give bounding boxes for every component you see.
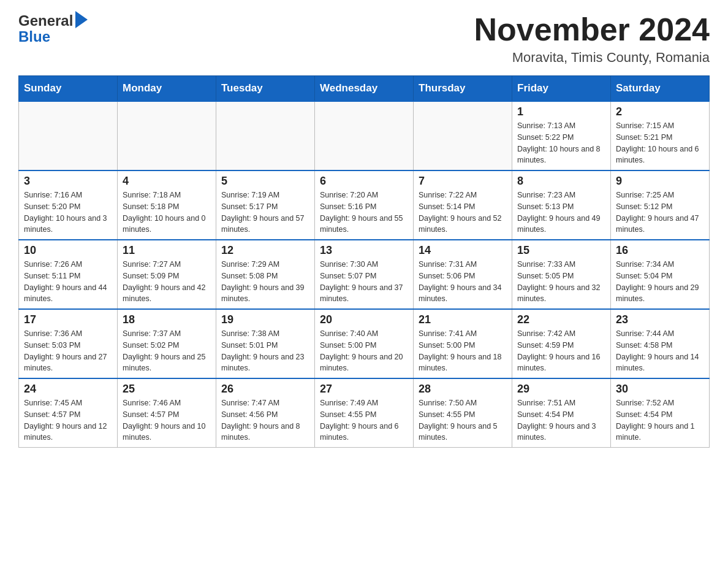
day-info: Sunrise: 7:13 AM Sunset: 5:22 PM Dayligh…	[517, 120, 605, 166]
calendar-cell: 9Sunrise: 7:25 AM Sunset: 5:12 PM Daylig…	[611, 170, 710, 240]
day-number: 30	[616, 383, 704, 396]
day-info: Sunrise: 7:18 AM Sunset: 5:18 PM Dayligh…	[123, 190, 211, 236]
day-number: 24	[24, 383, 112, 396]
day-info: Sunrise: 7:20 AM Sunset: 5:16 PM Dayligh…	[320, 190, 408, 236]
calendar-cell: 4Sunrise: 7:18 AM Sunset: 5:18 PM Daylig…	[118, 170, 216, 240]
logo-text-general: General	[18, 12, 73, 29]
day-number: 19	[221, 313, 309, 326]
day-info: Sunrise: 7:33 AM Sunset: 5:05 PM Dayligh…	[517, 259, 605, 305]
calendar-cell: 21Sunrise: 7:41 AM Sunset: 5:00 PM Dayli…	[414, 309, 512, 378]
day-info: Sunrise: 7:41 AM Sunset: 5:00 PM Dayligh…	[419, 328, 507, 374]
day-number: 13	[320, 244, 408, 257]
day-number: 17	[24, 313, 112, 326]
day-number: 15	[517, 244, 605, 257]
day-info: Sunrise: 7:46 AM Sunset: 4:57 PM Dayligh…	[123, 397, 211, 443]
calendar-cell: 5Sunrise: 7:19 AM Sunset: 5:17 PM Daylig…	[216, 170, 315, 240]
day-info: Sunrise: 7:31 AM Sunset: 5:06 PM Dayligh…	[419, 259, 507, 305]
day-number: 2	[616, 105, 704, 118]
calendar-cell	[216, 101, 315, 170]
day-info: Sunrise: 7:16 AM Sunset: 5:20 PM Dayligh…	[24, 190, 112, 236]
calendar-cell	[19, 101, 118, 170]
day-info: Sunrise: 7:42 AM Sunset: 4:59 PM Dayligh…	[517, 328, 605, 374]
day-number: 1	[517, 105, 605, 118]
title-section: November 2024 Moravita, Timis County, Ro…	[474, 12, 710, 66]
day-number: 25	[123, 383, 211, 396]
calendar-cell	[414, 101, 512, 170]
calendar-cell: 30Sunrise: 7:52 AM Sunset: 4:54 PM Dayli…	[611, 378, 710, 448]
day-info: Sunrise: 7:51 AM Sunset: 4:54 PM Dayligh…	[517, 397, 605, 443]
calendar-cell: 25Sunrise: 7:46 AM Sunset: 4:57 PM Dayli…	[118, 378, 216, 448]
col-header-sunday: Sunday	[19, 76, 118, 102]
calendar-cell: 6Sunrise: 7:20 AM Sunset: 5:16 PM Daylig…	[315, 170, 414, 240]
calendar-cell: 12Sunrise: 7:29 AM Sunset: 5:08 PM Dayli…	[216, 240, 315, 309]
week-row-1: 1Sunrise: 7:13 AM Sunset: 5:22 PM Daylig…	[19, 101, 710, 170]
calendar-header-row: SundayMondayTuesdayWednesdayThursdayFrid…	[19, 76, 710, 102]
day-info: Sunrise: 7:49 AM Sunset: 4:55 PM Dayligh…	[320, 397, 408, 443]
day-number: 3	[24, 175, 112, 188]
calendar-cell: 26Sunrise: 7:47 AM Sunset: 4:56 PM Dayli…	[216, 378, 315, 448]
day-info: Sunrise: 7:37 AM Sunset: 5:02 PM Dayligh…	[123, 328, 211, 374]
day-info: Sunrise: 7:23 AM Sunset: 5:13 PM Dayligh…	[517, 190, 605, 236]
logo-arrow-icon	[75, 11, 88, 28]
day-info: Sunrise: 7:38 AM Sunset: 5:01 PM Dayligh…	[221, 328, 309, 374]
day-number: 7	[419, 175, 507, 188]
day-number: 6	[320, 175, 408, 188]
calendar-cell: 17Sunrise: 7:36 AM Sunset: 5:03 PM Dayli…	[19, 309, 118, 378]
month-title: November 2024	[474, 12, 710, 47]
calendar-cell: 22Sunrise: 7:42 AM Sunset: 4:59 PM Dayli…	[512, 309, 611, 378]
week-row-5: 24Sunrise: 7:45 AM Sunset: 4:57 PM Dayli…	[19, 378, 710, 448]
calendar-cell: 29Sunrise: 7:51 AM Sunset: 4:54 PM Dayli…	[512, 378, 611, 448]
day-info: Sunrise: 7:19 AM Sunset: 5:17 PM Dayligh…	[221, 190, 309, 236]
col-header-monday: Monday	[118, 76, 216, 102]
day-number: 20	[320, 313, 408, 326]
week-row-2: 3Sunrise: 7:16 AM Sunset: 5:20 PM Daylig…	[19, 170, 710, 240]
calendar-cell: 24Sunrise: 7:45 AM Sunset: 4:57 PM Dayli…	[19, 378, 118, 448]
calendar-cell: 14Sunrise: 7:31 AM Sunset: 5:06 PM Dayli…	[414, 240, 512, 309]
page-header: General Blue November 2024 Moravita, Tim…	[18, 12, 710, 66]
calendar-cell: 11Sunrise: 7:27 AM Sunset: 5:09 PM Dayli…	[118, 240, 216, 309]
day-number: 4	[123, 175, 211, 188]
day-number: 11	[123, 244, 211, 257]
day-info: Sunrise: 7:47 AM Sunset: 4:56 PM Dayligh…	[221, 397, 309, 443]
calendar-cell	[118, 101, 216, 170]
calendar-cell: 20Sunrise: 7:40 AM Sunset: 5:00 PM Dayli…	[315, 309, 414, 378]
day-info: Sunrise: 7:34 AM Sunset: 5:04 PM Dayligh…	[616, 259, 704, 305]
calendar-cell: 8Sunrise: 7:23 AM Sunset: 5:13 PM Daylig…	[512, 170, 611, 240]
day-number: 10	[24, 244, 112, 257]
day-info: Sunrise: 7:52 AM Sunset: 4:54 PM Dayligh…	[616, 397, 704, 443]
day-number: 9	[616, 175, 704, 188]
logo-text-blue: Blue	[18, 28, 50, 45]
calendar-cell: 27Sunrise: 7:49 AM Sunset: 4:55 PM Dayli…	[315, 378, 414, 448]
day-number: 23	[616, 313, 704, 326]
week-row-3: 10Sunrise: 7:26 AM Sunset: 5:11 PM Dayli…	[19, 240, 710, 309]
calendar-cell: 3Sunrise: 7:16 AM Sunset: 5:20 PM Daylig…	[19, 170, 118, 240]
day-info: Sunrise: 7:45 AM Sunset: 4:57 PM Dayligh…	[24, 397, 112, 443]
day-info: Sunrise: 7:40 AM Sunset: 5:00 PM Dayligh…	[320, 328, 408, 374]
day-info: Sunrise: 7:29 AM Sunset: 5:08 PM Dayligh…	[221, 259, 309, 305]
day-number: 18	[123, 313, 211, 326]
calendar-cell: 7Sunrise: 7:22 AM Sunset: 5:14 PM Daylig…	[414, 170, 512, 240]
day-number: 27	[320, 383, 408, 396]
day-number: 22	[517, 313, 605, 326]
day-info: Sunrise: 7:44 AM Sunset: 4:58 PM Dayligh…	[616, 328, 704, 374]
col-header-wednesday: Wednesday	[315, 76, 414, 102]
col-header-thursday: Thursday	[414, 76, 512, 102]
day-info: Sunrise: 7:26 AM Sunset: 5:11 PM Dayligh…	[24, 259, 112, 305]
calendar-cell: 13Sunrise: 7:30 AM Sunset: 5:07 PM Dayli…	[315, 240, 414, 309]
calendar-cell: 18Sunrise: 7:37 AM Sunset: 5:02 PM Dayli…	[118, 309, 216, 378]
day-info: Sunrise: 7:15 AM Sunset: 5:21 PM Dayligh…	[616, 120, 704, 166]
day-info: Sunrise: 7:50 AM Sunset: 4:55 PM Dayligh…	[419, 397, 507, 443]
day-number: 5	[221, 175, 309, 188]
day-number: 16	[616, 244, 704, 257]
day-info: Sunrise: 7:30 AM Sunset: 5:07 PM Dayligh…	[320, 259, 408, 305]
day-info: Sunrise: 7:25 AM Sunset: 5:12 PM Dayligh…	[616, 190, 704, 236]
calendar-cell: 19Sunrise: 7:38 AM Sunset: 5:01 PM Dayli…	[216, 309, 315, 378]
col-header-tuesday: Tuesday	[216, 76, 315, 102]
calendar-cell: 15Sunrise: 7:33 AM Sunset: 5:05 PM Dayli…	[512, 240, 611, 309]
col-header-friday: Friday	[512, 76, 611, 102]
day-number: 28	[419, 383, 507, 396]
day-info: Sunrise: 7:27 AM Sunset: 5:09 PM Dayligh…	[123, 259, 211, 305]
calendar-cell: 1Sunrise: 7:13 AM Sunset: 5:22 PM Daylig…	[512, 101, 611, 170]
day-number: 21	[419, 313, 507, 326]
location-subtitle: Moravita, Timis County, Romania	[474, 50, 710, 66]
